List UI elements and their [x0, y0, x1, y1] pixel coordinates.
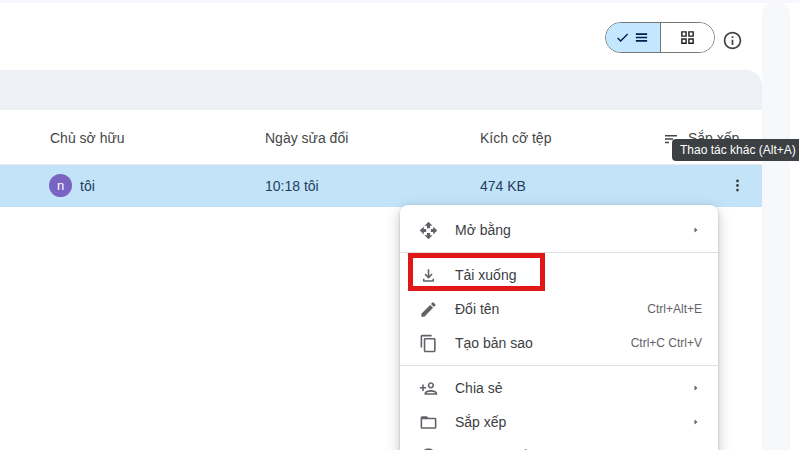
menu-divider — [400, 365, 718, 366]
edit-pencil-icon — [416, 297, 440, 321]
submenu-arrow-icon — [690, 224, 702, 236]
submenu-arrow-icon — [690, 416, 702, 428]
copy-icon — [416, 331, 440, 355]
menu-item-shortcut: Ctrl+Alt+E — [647, 302, 702, 316]
open-with-icon — [416, 218, 440, 242]
menu-item-rename[interactable]: Đổi tên Ctrl+Alt+E — [400, 292, 718, 326]
menu-item-shortcut: Ctrl+C Ctrl+V — [631, 336, 702, 350]
menu-item-label: Tạo bản sao — [455, 335, 631, 351]
menu-item-organize[interactable]: Sắp xếp — [400, 405, 718, 439]
tooltip-more-actions: Thao tác khác (Alt+A) — [672, 139, 799, 161]
menu-item-download[interactable]: Tải xuống — [400, 258, 718, 292]
menu-item-label: Sắp xếp — [455, 414, 690, 430]
file-row-modified: 10:18 tôi — [265, 178, 319, 194]
filters-band — [0, 70, 762, 110]
info-button[interactable] — [722, 29, 744, 51]
menu-divider — [400, 252, 718, 253]
view-toggle — [605, 22, 715, 53]
top-strip — [0, 0, 799, 3]
menu-item-label: Tải xuống — [455, 267, 702, 283]
person-add-icon — [416, 376, 440, 400]
file-row-size: 474 KB — [480, 178, 526, 194]
folder-icon — [416, 410, 440, 434]
google-drive-screen: Chủ sở hữu Ngày sửa đổi Kích cỡ tệp Sắp … — [0, 0, 799, 450]
info-icon — [722, 30, 744, 51]
info-icon — [416, 444, 440, 450]
kebab-menu-icon[interactable] — [728, 176, 747, 195]
column-header-owner[interactable]: Chủ sở hữu — [50, 129, 125, 147]
right-panel-gutter — [762, 3, 790, 450]
check-icon — [615, 30, 630, 45]
menu-item-share[interactable]: Chia sẻ — [400, 371, 718, 405]
menu-item-label: Đổi tên — [455, 301, 647, 317]
avatar: n — [49, 174, 72, 197]
menu-item-label: Chia sẻ — [455, 380, 690, 396]
file-row[interactable] — [0, 165, 762, 207]
context-menu: Mở bằng Tải xuống Đổi tên Ctrl+Alt+E Tạo… — [400, 205, 718, 450]
grid-view-icon — [679, 29, 696, 46]
list-view-button[interactable] — [606, 23, 661, 52]
menu-item-label: Mở bằng — [455, 222, 690, 238]
file-row-owner: tôi — [80, 178, 95, 194]
grid-view-button[interactable] — [661, 23, 715, 52]
list-icon — [633, 29, 650, 46]
submenu-arrow-icon — [690, 382, 702, 394]
menu-item-open-with[interactable]: Mở bằng — [400, 213, 718, 247]
download-icon — [416, 263, 440, 287]
column-header-modified[interactable]: Ngày sửa đổi — [265, 129, 348, 147]
column-header-size[interactable]: Kích cỡ tệp — [480, 129, 551, 147]
menu-item-file-info[interactable]: Thông tin về tệp — [400, 439, 718, 450]
menu-item-make-copy[interactable]: Tạo bản sao Ctrl+C Ctrl+V — [400, 326, 718, 360]
